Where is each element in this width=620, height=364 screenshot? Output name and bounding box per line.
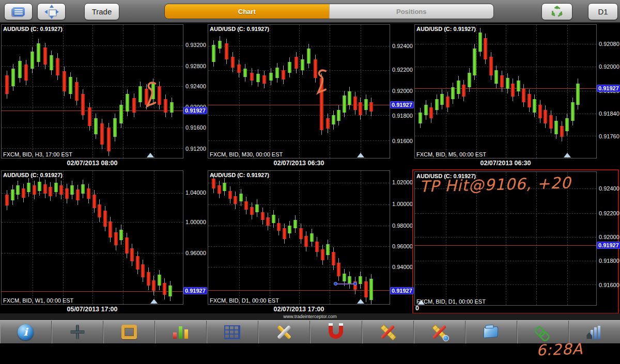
candle-down [228, 191, 232, 199]
chart-panel-d1[interactable]: AUD/USD (C: 0.91927) FXCM, BID, D1, 00:0… [208, 170, 412, 314]
chart-title: AUD/USD (C: 0.91927) [3, 172, 63, 178]
candle-down [489, 57, 493, 75]
axis-tick-label: 0.96000 [185, 250, 206, 256]
candle-up [50, 55, 53, 70]
candle-down [98, 204, 101, 218]
candle-down [147, 272, 150, 286]
candle-down [538, 105, 542, 118]
candle-down [234, 196, 237, 204]
crosshair-tool-button[interactable] [52, 321, 103, 343]
chart-panel-w1[interactable]: AUD/USD (C: 0.91927) FXCM, BID, W1, 00:0… [1, 170, 206, 314]
candle-up [70, 185, 74, 195]
candle-down [145, 89, 148, 105]
chart-plot[interactable]: AUD/USD (C: 0.91927) FXCM, BID, D1, 00:0… [414, 171, 597, 306]
tools-tool-button[interactable] [258, 321, 310, 343]
price-axis: 1.020001.000000.980000.960000.940000.919… [390, 170, 412, 305]
chart-panel-h3[interactable]: AUD/USD (C: 0.91927) FXCM, BID, H3, 17:0… [1, 24, 206, 168]
candle-down [522, 89, 525, 102]
axis-tick-label: 1.00000 [392, 201, 413, 207]
candle-down [114, 232, 118, 246]
trade-button[interactable]: Trade [84, 3, 119, 20]
candle-down [163, 283, 166, 295]
candle-up [435, 99, 439, 110]
candle-down [295, 57, 298, 69]
axis-tick-label: 0.91200 [185, 146, 206, 152]
candle-up [419, 113, 422, 123]
candle-down [321, 249, 324, 260]
quotes-button[interactable] [4, 3, 33, 20]
chart-plot[interactable]: AUD/USD (C: 0.91927) FXCM, BID, D1, 00:0… [208, 170, 390, 305]
candle-down [332, 252, 335, 265]
timeframe-button[interactable]: D1 [588, 3, 618, 20]
draw-info-tool-button[interactable] [414, 321, 466, 343]
candle-up [69, 77, 72, 94]
candle-down [22, 188, 25, 198]
candle-up [256, 74, 260, 82]
axis-tick-label: 0.98000 [392, 223, 413, 229]
tab-chart[interactable]: Chart [165, 4, 329, 19]
chart-panel-m30[interactable]: AUD/USD (C: 0.91927) FXCM, BID, M30, 00:… [208, 24, 412, 168]
candle-down [130, 248, 134, 262]
chart-status: FXCM, BID, M30, 00:00 EST [210, 151, 283, 157]
candle-up [18, 61, 22, 78]
candle-down [103, 211, 107, 227]
top-toolbar: Trade Chart Positions D1 [0, 0, 620, 23]
candle-down [304, 236, 308, 247]
refresh-button[interactable] [541, 3, 572, 20]
candle-down [107, 128, 111, 151]
depth-icon [586, 325, 602, 339]
candle-up [269, 73, 273, 81]
tab-positions[interactable]: Positions [329, 4, 494, 19]
chart-plot[interactable]: AUD/USD (C: 0.91927) FXCM, BID, M30, 00:… [208, 24, 390, 159]
candle-down [250, 73, 254, 81]
candle-up [272, 215, 275, 223]
chart-plot[interactable]: AUD/USD (C: 0.91927) FXCM, BID, H3, 17:0… [1, 24, 183, 159]
candle-down [250, 207, 254, 215]
folder-tool-button[interactable] [466, 321, 517, 343]
trade-position-line[interactable] [335, 283, 355, 284]
candle-down [33, 185, 36, 195]
price-axis: 0.924000.922000.920000.918000.916000.919… [390, 24, 412, 159]
chart-plot[interactable]: AUD/USD (C: 0.91927) FXCM, BID, M5, 00:0… [414, 24, 597, 159]
candle-up [473, 49, 476, 75]
axis-tick-label: 0.96000 [392, 243, 413, 249]
link-tool-button[interactable] [517, 321, 569, 343]
candle-down [326, 118, 330, 129]
candle-up [369, 279, 373, 300]
candle-up [326, 244, 330, 255]
current-price-tag: 0.91927 [597, 85, 620, 92]
grid-tool-button[interactable] [207, 321, 258, 343]
magnet-tool-button[interactable] [310, 321, 362, 343]
candle-down [364, 281, 368, 297]
candle-down [125, 238, 129, 254]
candle-up [332, 115, 335, 124]
candle-up [565, 118, 569, 132]
indicators-tool-button[interactable] [155, 321, 207, 343]
candle-up [571, 102, 575, 121]
move-chart-button[interactable] [37, 3, 66, 20]
candle-up [506, 78, 509, 89]
chart-status: FXCM, BID, W1, 00:00 EST [3, 297, 73, 304]
candle-down [266, 217, 270, 225]
magnet-icon [329, 326, 343, 339]
candle-up [288, 226, 291, 233]
depth-tool-button[interactable] [569, 321, 620, 343]
candle-down [231, 57, 235, 68]
candle-down [261, 212, 265, 220]
trade-line-handle[interactable] [334, 282, 337, 286]
info-tool-button[interactable] [0, 321, 52, 343]
candle-down [314, 59, 317, 78]
candle-up [151, 84, 155, 100]
candle-down [218, 185, 221, 193]
candle-down [81, 94, 85, 115]
bottom-toolbar [0, 320, 620, 343]
ruler-tool-button[interactable] [103, 321, 155, 343]
chart-panel-d1-alert[interactable]: AUD/USD (C: 0.91927) FXCM, BID, D1, 00:0… [412, 169, 619, 314]
draw-tool-button[interactable] [362, 321, 414, 343]
axis-tick-label: 1.02000 [392, 179, 413, 185]
candle-up [11, 189, 14, 200]
candle-up [38, 182, 41, 191]
chart-plot[interactable]: AUD/USD (C: 0.91927) FXCM, BID, W1, 00:0… [1, 170, 183, 305]
draw-info-icon [431, 324, 448, 340]
chart-panel-m5[interactable]: AUD/USD (C: 0.91927) FXCM, BID, M5, 00:0… [414, 24, 619, 168]
